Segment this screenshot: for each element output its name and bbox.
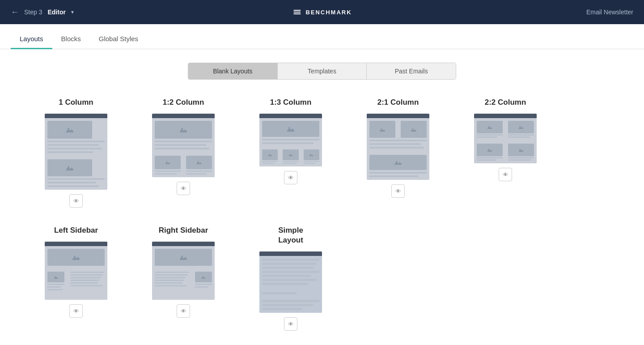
- two-col-row: [155, 156, 212, 175]
- text-block: [262, 267, 314, 269]
- text-block: [262, 304, 314, 306]
- text-sm: [186, 173, 207, 175]
- preview-button-13-column[interactable]: 👁: [284, 171, 297, 184]
- preview-button-21-column[interactable]: 👁: [391, 184, 405, 198]
- layout-12-column: 1:2 Column: [143, 98, 224, 208]
- layout-grid-row1: 1 Column: [27, 98, 617, 226]
- layout-right-sidebar-label: Right Sidebar: [159, 226, 208, 235]
- text-sm: [477, 159, 496, 161]
- layout-21-column-card[interactable]: [367, 114, 429, 180]
- text-sm: [195, 286, 208, 288]
- text-sm: [155, 274, 187, 276]
- text-sm: [283, 161, 298, 162]
- layout-left-sidebar: Left Sidebar: [36, 226, 116, 331]
- editor-label: Editor: [47, 9, 65, 16]
- preview-button-left-sidebar[interactable]: 👁: [69, 304, 83, 318]
- img-4: [508, 144, 534, 156]
- text-sm: [477, 136, 497, 138]
- eye-icon: 👁: [395, 188, 401, 195]
- eye-icon: 👁: [73, 308, 79, 315]
- text-block: [47, 141, 105, 142]
- two-col-row-2: [477, 144, 534, 161]
- two-col-row-1: [477, 121, 534, 138]
- card-body: [45, 246, 107, 300]
- layout-21-column-label: 2:1 Column: [377, 98, 419, 107]
- text-block: [262, 292, 297, 294]
- text-sm: [262, 161, 278, 162]
- text-sm: [155, 173, 177, 175]
- tab-blocks[interactable]: Blocks: [52, 28, 90, 49]
- img-3: [477, 144, 503, 156]
- layout-22-column-label: 2:2 Column: [485, 98, 526, 107]
- text-block: [262, 283, 308, 285]
- svg-point-32: [488, 149, 490, 150]
- header-left: ← Step 3 Editor ▾: [11, 8, 74, 17]
- text-sm: [155, 285, 186, 286]
- text-sm: [304, 163, 315, 164]
- img-2: [508, 121, 534, 133]
- image-block-3: [304, 149, 319, 160]
- layout-type-tabs: Blank Layouts Templates Past Emails: [188, 63, 456, 80]
- layout-12-column-label: 1:2 Column: [163, 98, 204, 107]
- text-sm: [155, 170, 181, 172]
- tab-past-emails[interactable]: Past Emails: [367, 63, 456, 79]
- text-block: [369, 140, 427, 141]
- card-body: [474, 118, 537, 163]
- tab-templates[interactable]: Templates: [278, 63, 367, 79]
- svg-point-30: [520, 126, 521, 127]
- text-sm: [304, 161, 319, 162]
- preview-button-right-sidebar[interactable]: 👁: [177, 304, 190, 318]
- preview-button-1-column[interactable]: 👁: [69, 194, 83, 208]
- text-sm: [47, 284, 64, 285]
- text-block: [262, 279, 317, 281]
- card-header-bar: [259, 251, 322, 256]
- text-block: [155, 148, 209, 149]
- header: ← Step 3 Editor ▾ BENCHMARK Email Newsle…: [0, 0, 644, 24]
- benchmark-logo-icon: [292, 7, 302, 17]
- text-sm: [155, 282, 182, 284]
- layout-simple-card[interactable]: [259, 251, 322, 313]
- tab-layouts[interactable]: Layouts: [11, 28, 52, 49]
- tab-global-styles[interactable]: Global Styles: [90, 28, 147, 49]
- layout-12-column-card[interactable]: [152, 114, 215, 177]
- text-sm: [47, 289, 63, 290]
- preview-button-simple-layout[interactable]: 👁: [284, 317, 297, 331]
- text-sm: [155, 280, 184, 281]
- sidebar-image: [47, 272, 64, 282]
- text-block: [369, 147, 424, 149]
- card-header-bar: [152, 114, 215, 118]
- text-block: [155, 141, 212, 142]
- tab-blank-layouts[interactable]: Blank Layouts: [188, 63, 278, 79]
- preview-button-12-column[interactable]: 👁: [177, 182, 190, 195]
- layout-13-column-card[interactable]: [259, 114, 322, 166]
- text-block: [155, 144, 206, 146]
- layout-1-column-card[interactable]: [45, 114, 107, 190]
- eye-icon: 👁: [181, 185, 186, 192]
- step-label: Step 3: [24, 9, 42, 16]
- content-sidebar-row: [155, 272, 212, 288]
- preview-button-22-column[interactable]: 👁: [499, 168, 512, 181]
- layout-grid-row2: Left Sidebar: [27, 226, 617, 345]
- image-block-1: [262, 149, 278, 160]
- card-header-bar: [152, 242, 215, 246]
- card-body: [45, 118, 107, 190]
- layout-22-column: 2:2 Column: [465, 98, 546, 208]
- text-sm: [508, 159, 531, 161]
- text-sm: [155, 277, 186, 278]
- layout-simple-label: Simple Layout: [278, 226, 303, 245]
- img-1: [477, 121, 503, 133]
- layout-22-column-card[interactable]: [474, 114, 537, 163]
- back-button[interactable]: ←: [11, 8, 19, 17]
- layout-1-column-label: 1 Column: [59, 98, 93, 107]
- chevron-down-icon[interactable]: ▾: [71, 9, 74, 15]
- sidebar-content-row: [47, 272, 105, 290]
- layout-left-sidebar-label: Left Sidebar: [54, 226, 98, 235]
- text-sm: [477, 134, 503, 136]
- text-sm: [283, 163, 296, 164]
- image-block: [155, 121, 212, 139]
- layout-left-sidebar-card[interactable]: [45, 242, 107, 300]
- text-block: [47, 144, 99, 146]
- layout-right-sidebar-card[interactable]: [152, 242, 215, 300]
- email-newsletter-label: Email Newsletter: [586, 9, 633, 16]
- text-sm: [195, 284, 212, 285]
